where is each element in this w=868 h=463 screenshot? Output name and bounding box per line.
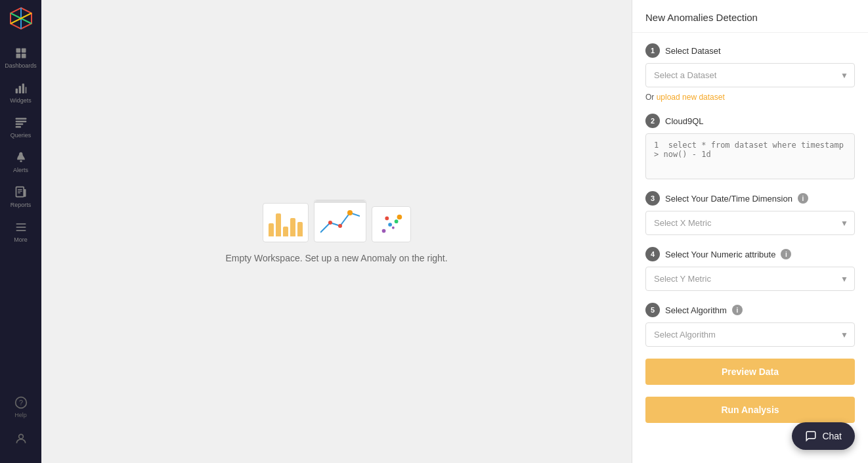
step-4-label: 4 Select Your Numeric attribute i — [645, 247, 855, 261]
preview-data-button[interactable]: Preview Data — [645, 359, 855, 385]
y-metric-select-wrapper: Select Y Metric ▼ — [645, 267, 855, 291]
svg-rect-19 — [18, 191, 22, 192]
alerts-icon — [14, 150, 28, 165]
step-4-title: Select Your Numeric attribute — [665, 250, 775, 259]
step-2-number: 2 — [645, 114, 660, 128]
svg-rect-11 — [25, 87, 26, 93]
svg-rect-16 — [20, 160, 22, 162]
sidebar-item-reports[interactable]: Reports — [0, 180, 41, 213]
step-5-info-icon[interactable]: i — [732, 305, 743, 315]
empty-text: Empty Workspace. Set up a new Anomaly on… — [225, 253, 447, 263]
sidebar-bottom: ? Help — [11, 390, 31, 456]
panel-title: New Anomalies Detection — [645, 12, 855, 23]
workspace-illustration — [263, 200, 411, 242]
panel-body: 1 Select Dataset Select a Dataset ▼ Or u… — [632, 33, 868, 463]
svg-rect-22 — [16, 223, 26, 225]
sidebar-label-help: Help — [14, 412, 27, 418]
dataset-select[interactable]: Select a Dataset — [645, 63, 855, 87]
svg-rect-21 — [24, 189, 26, 197]
svg-point-34 — [385, 216, 389, 220]
algorithm-select-wrapper: Select Algorithm ▼ — [645, 322, 855, 347]
chat-button[interactable]: Chat — [792, 422, 855, 450]
y-metric-select[interactable]: Select Y Metric — [645, 267, 855, 291]
sidebar-item-dashboards[interactable]: Dashboards — [0, 41, 41, 74]
svg-rect-14 — [15, 123, 23, 125]
step-5-title: Select Algorithm — [665, 305, 727, 315]
svg-rect-20 — [18, 192, 20, 193]
step-2-label: 2 Cloud9QL — [645, 114, 855, 128]
svg-point-33 — [394, 219, 398, 223]
run-analysis-button[interactable]: Run Analysis — [645, 397, 855, 423]
cloud9ql-textarea[interactable] — [645, 133, 855, 179]
panel-header: New Anomalies Detection — [632, 0, 868, 33]
svg-rect-15 — [15, 126, 20, 128]
sidebar-item-widgets[interactable]: Widgets — [0, 76, 41, 109]
svg-point-31 — [381, 229, 385, 232]
main-area: Empty Workspace. Set up a new Anomaly on… — [41, 0, 632, 463]
svg-point-30 — [347, 210, 353, 215]
svg-rect-13 — [15, 121, 26, 123]
chart-card-bars — [263, 203, 309, 242]
algorithm-select[interactable]: Select Algorithm — [645, 322, 855, 347]
step-3-number: 3 — [645, 191, 660, 206]
sidebar-label-dashboards: Dashboards — [5, 62, 37, 69]
sidebar-item-help[interactable]: ? Help — [11, 390, 31, 424]
sidebar-item-more[interactable]: More — [0, 215, 41, 248]
upload-or-text: Or — [645, 93, 657, 102]
svg-rect-9 — [18, 86, 20, 94]
step-1-section: 1 Select Dataset Select a Dataset ▼ Or u… — [645, 43, 855, 102]
step-1-title: Select Dataset — [665, 46, 721, 56]
chart-card-line — [314, 200, 366, 242]
app-logo — [9, 7, 33, 30]
sidebar-item-profile[interactable] — [11, 426, 31, 451]
chat-icon — [805, 430, 817, 442]
step-4-number: 4 — [645, 247, 660, 261]
grid-icon — [14, 46, 28, 60]
svg-rect-4 — [16, 49, 20, 53]
sidebar-label-widgets: Widgets — [10, 97, 32, 104]
step-2-section: 2 Cloud9QL — [645, 114, 855, 179]
sidebar: Dashboards Widgets Queries Alerts — [0, 0, 41, 463]
chat-label: Chat — [822, 431, 842, 441]
sidebar-label-reports: Reports — [11, 202, 32, 208]
svg-rect-18 — [18, 189, 22, 190]
sidebar-item-alerts[interactable]: Alerts — [0, 145, 41, 179]
dataset-select-wrapper: Select a Dataset ▼ — [645, 63, 855, 87]
sidebar-item-queries[interactable]: Queries — [0, 110, 41, 144]
svg-point-36 — [391, 226, 394, 229]
x-metric-select[interactable]: Select X Metric — [645, 211, 855, 235]
step-5-section: 5 Select Algorithm i Select Algorithm ▼ — [645, 303, 855, 347]
svg-rect-8 — [15, 89, 17, 94]
step-1-number: 1 — [645, 43, 660, 58]
step-3-section: 3 Select Your Date/Time Dimension i Sele… — [645, 191, 855, 235]
profile-icon — [14, 431, 28, 446]
svg-rect-17 — [16, 187, 24, 197]
chart-card-scatter — [372, 206, 411, 242]
svg-rect-23 — [16, 227, 26, 228]
step-3-title: Select Your Date/Time Dimension — [665, 194, 792, 204]
x-metric-select-wrapper: Select X Metric ▼ — [645, 211, 855, 235]
svg-rect-6 — [16, 54, 20, 58]
right-panel: New Anomalies Detection 1 Select Dataset… — [632, 0, 868, 463]
upload-link-row: Or upload new dataset — [645, 93, 855, 102]
svg-point-28 — [328, 221, 332, 225]
step-4-section: 4 Select Your Numeric attribute i Select… — [645, 247, 855, 291]
svg-rect-12 — [15, 118, 26, 120]
step-3-info-icon[interactable]: i — [798, 193, 808, 204]
svg-point-29 — [338, 224, 342, 228]
svg-point-32 — [388, 223, 392, 227]
svg-point-35 — [397, 214, 402, 219]
upload-link[interactable]: upload new dataset — [657, 93, 725, 102]
step-4-info-icon[interactable]: i — [781, 249, 791, 259]
queries-icon — [14, 116, 28, 130]
svg-rect-5 — [21, 49, 26, 53]
empty-workspace: Empty Workspace. Set up a new Anomaly on… — [225, 200, 447, 263]
svg-rect-10 — [22, 83, 24, 93]
step-3-label: 3 Select Your Date/Time Dimension i — [645, 191, 855, 206]
sidebar-label-queries: Queries — [11, 132, 32, 139]
step-2-title: Cloud9QL — [665, 116, 704, 126]
sidebar-label-more: More — [14, 236, 28, 243]
reports-icon — [14, 185, 28, 200]
more-icon — [14, 220, 28, 234]
step-5-number: 5 — [645, 303, 660, 317]
